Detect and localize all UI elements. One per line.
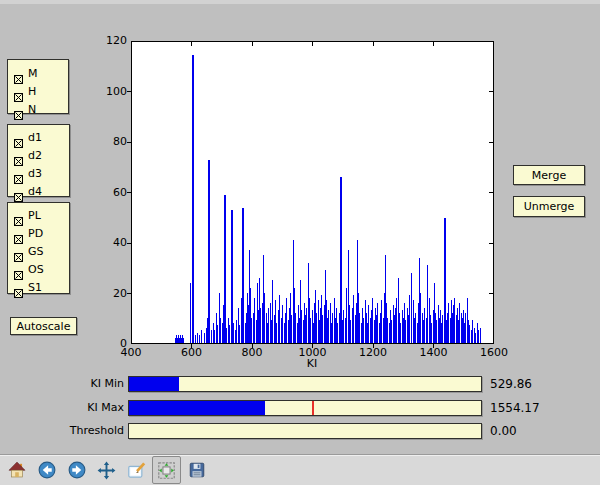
checkbox-label: N bbox=[28, 103, 36, 116]
bar bbox=[199, 335, 200, 343]
x-tick-mark bbox=[373, 344, 374, 348]
checkbox-item-m[interactable]: M bbox=[8, 64, 68, 82]
checkbox-label: M bbox=[28, 67, 38, 80]
checkbox-item-os[interactable]: OS bbox=[8, 260, 69, 278]
save-button[interactable] bbox=[182, 456, 211, 484]
bar bbox=[183, 338, 184, 343]
ki-max-value: 1554.17 bbox=[490, 400, 590, 416]
checked-checkbox-icon[interactable] bbox=[14, 265, 23, 274]
forward-icon bbox=[68, 461, 86, 479]
y-tick-label: 60 bbox=[0, 186, 127, 200]
configure-subplots-icon bbox=[157, 461, 176, 480]
window-top-edge bbox=[0, 0, 600, 4]
threshold-slider[interactable] bbox=[128, 423, 482, 439]
checkbox-item-n[interactable]: N bbox=[8, 100, 68, 118]
autoscale-button[interactable]: Autoscale bbox=[10, 317, 77, 335]
bar bbox=[195, 335, 196, 343]
home-button[interactable] bbox=[2, 456, 31, 484]
bar bbox=[480, 328, 481, 343]
checkbox-item-pl[interactable]: PL bbox=[8, 206, 69, 224]
ki-max-slider-fill bbox=[129, 401, 265, 415]
forward-button[interactable] bbox=[62, 456, 91, 484]
navigation-toolbar bbox=[0, 454, 600, 485]
checked-checkbox-icon[interactable] bbox=[14, 69, 23, 78]
zoom-button[interactable] bbox=[122, 456, 151, 484]
merge-button[interactable]: Merge bbox=[513, 165, 585, 185]
ki-min-slider[interactable] bbox=[128, 376, 482, 392]
bar bbox=[201, 330, 202, 343]
checkbox-label: d3 bbox=[28, 167, 42, 180]
ki-min-label: KI Min bbox=[0, 376, 124, 392]
checked-checkbox-icon[interactable] bbox=[14, 211, 23, 220]
checked-checkbox-icon[interactable] bbox=[14, 105, 23, 114]
x-tick-mark bbox=[433, 344, 434, 348]
x-axis-label: KI bbox=[292, 357, 332, 370]
y-tick-label: 40 bbox=[0, 236, 127, 250]
x-tick-mark-top bbox=[433, 42, 434, 46]
y-tick-label: 120 bbox=[0, 34, 127, 48]
y-tick-mark bbox=[127, 91, 131, 92]
y-tick-mark bbox=[127, 142, 131, 143]
checkbox-item-d3[interactable]: d3 bbox=[8, 164, 69, 182]
unmerge-button[interactable]: Unmerge bbox=[513, 196, 585, 217]
y-tick-mark-right bbox=[489, 243, 493, 244]
x-tick-mark-top bbox=[252, 42, 253, 46]
bar bbox=[197, 333, 198, 343]
back-icon bbox=[38, 461, 56, 479]
y-tick-mark bbox=[127, 243, 131, 244]
y-tick-mark bbox=[127, 293, 131, 294]
ki-max-label: KI Max bbox=[0, 400, 124, 416]
x-tick-label: 400 bbox=[109, 346, 153, 359]
y-tick-mark-right bbox=[489, 293, 493, 294]
ki-min-value: 529.86 bbox=[490, 376, 590, 392]
threshold-label: Threshold bbox=[0, 423, 124, 439]
bar-series bbox=[132, 42, 493, 343]
back-button[interactable] bbox=[32, 456, 61, 484]
x-tick-mark-top bbox=[373, 42, 374, 46]
ki-max-slider[interactable] bbox=[128, 400, 482, 416]
x-tick-mark bbox=[312, 344, 313, 348]
x-tick-mark bbox=[252, 344, 253, 348]
threshold-value: 0.00 bbox=[490, 423, 590, 439]
ki-min-slider-fill bbox=[129, 377, 179, 391]
checkbox-label: PL bbox=[28, 209, 41, 222]
plot-area[interactable] bbox=[131, 41, 494, 344]
zoom-rect-icon bbox=[127, 461, 146, 480]
save-icon bbox=[188, 461, 206, 479]
bar bbox=[204, 333, 205, 343]
bar bbox=[192, 333, 193, 343]
checkbox-label: d2 bbox=[28, 149, 42, 162]
bar bbox=[192, 55, 194, 343]
home-icon bbox=[8, 461, 26, 479]
y-tick-label: 20 bbox=[0, 287, 127, 301]
configure-subplots-button[interactable] bbox=[152, 456, 181, 484]
x-tick-mark-top bbox=[312, 42, 313, 46]
x-tick-mark-top bbox=[191, 42, 192, 46]
y-tick-mark-right bbox=[489, 192, 493, 193]
checked-checkbox-icon[interactable] bbox=[14, 151, 23, 160]
y-tick-label: 80 bbox=[0, 135, 127, 149]
checked-checkbox-icon[interactable] bbox=[14, 169, 23, 178]
checkbox-label: OS bbox=[28, 263, 44, 276]
y-tick-mark-right bbox=[489, 142, 493, 143]
pan-icon bbox=[97, 461, 116, 480]
y-tick-mark-right bbox=[489, 91, 493, 92]
pan-button[interactable] bbox=[92, 456, 121, 484]
y-tick-label: 0 bbox=[0, 337, 127, 351]
x-tick-label: 1600 bbox=[472, 346, 516, 359]
x-tick-mark bbox=[191, 344, 192, 348]
ki-max-init-marker bbox=[312, 401, 314, 415]
y-tick-label: 100 bbox=[0, 85, 127, 99]
y-tick-mark bbox=[127, 192, 131, 193]
bar bbox=[220, 318, 221, 343]
